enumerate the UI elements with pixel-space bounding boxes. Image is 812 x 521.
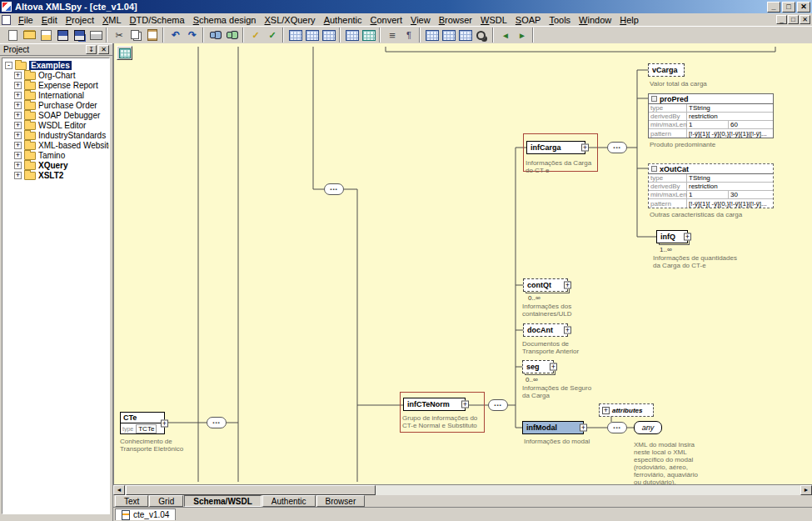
save-all-icon[interactable] [71, 28, 87, 43]
append-row-icon[interactable] [287, 28, 304, 43]
menu-convert[interactable]: Convert [366, 15, 407, 25]
paste-icon[interactable] [144, 28, 161, 43]
menu-project[interactable]: Project [62, 15, 98, 25]
expand-icon[interactable] [14, 152, 22, 159]
menu-xsl-xquery[interactable]: XSL/XQuery [260, 15, 319, 25]
tab-schema-wsdl[interactable]: Schema/WSDL [184, 495, 262, 507]
element-contqt[interactable]: contQt [523, 278, 568, 292]
tree-item-soap-debugger[interactable]: SOAP Debugger [2, 110, 109, 120]
child-close-icon[interactable] [800, 15, 810, 24]
sequence-compositor-icon[interactable] [488, 399, 508, 411]
element-infq[interactable]: infQ [656, 230, 688, 243]
element-docant[interactable]: docAnt [523, 323, 568, 337]
attributes-box[interactable]: attributes [599, 403, 654, 417]
redo-icon[interactable] [184, 28, 201, 43]
expand-icon[interactable] [580, 424, 587, 432]
grid-view-icon[interactable] [344, 28, 361, 43]
tab-authentic[interactable]: Authentic [262, 495, 316, 507]
expand-icon[interactable] [461, 401, 469, 408]
expand-icon[interactable] [581, 144, 589, 152]
add-child-row-icon[interactable] [321, 28, 337, 43]
tree-item-international[interactable]: International [2, 90, 109, 100]
table-view-icon[interactable] [361, 28, 377, 43]
menu-view[interactable]: View [406, 15, 435, 25]
insert-row-icon[interactable] [304, 28, 321, 43]
copy-icon[interactable] [127, 28, 144, 43]
tree-item-xslt2[interactable]: XSLT2 [2, 170, 109, 180]
expand-icon[interactable] [14, 102, 22, 109]
zoom-icon[interactable] [474, 28, 491, 43]
cut-icon[interactable] [111, 28, 127, 43]
back-icon[interactable] [497, 28, 514, 43]
sequence-compositor-icon[interactable] [607, 142, 627, 153]
menu-authentic[interactable]: Authentic [320, 15, 366, 25]
horizontal-scrollbar[interactable]: ◄ ► [113, 484, 812, 495]
expand-icon[interactable] [14, 172, 22, 179]
sequence-compositor-icon[interactable] [607, 422, 627, 433]
document-window-icon[interactable] [2, 15, 11, 25]
expand-icon[interactable] [602, 407, 610, 414]
scroll-left-icon[interactable]: ◄ [113, 485, 125, 495]
scrollbar-thumb[interactable] [126, 485, 376, 495]
menu-xml[interactable]: XML [98, 15, 126, 25]
find-icon[interactable] [207, 28, 224, 43]
tree-item-purchase-order[interactable]: Purchase Order [2, 100, 109, 110]
element-infcarga[interactable]: infCarga [526, 141, 585, 154]
new-file-icon[interactable] [4, 28, 21, 43]
expand-icon[interactable] [14, 142, 22, 149]
expand-icon[interactable] [564, 327, 571, 334]
open-file-icon[interactable] [21, 28, 37, 43]
tree-item-expense-report[interactable]: Expense Report [2, 80, 109, 90]
schema-settings-icon[interactable] [457, 28, 474, 43]
element-infctenorm[interactable]: infCTeNorm [403, 398, 466, 411]
tab-grid[interactable]: Grid [149, 495, 183, 507]
print-icon[interactable] [87, 28, 104, 43]
propred-header[interactable]: proPred [649, 94, 773, 104]
word-wrap-icon[interactable] [401, 28, 417, 43]
validate-icon[interactable] [264, 28, 281, 43]
tree-item-industrystandards[interactable]: IndustryStandards [2, 130, 109, 140]
schema-display-all-icon[interactable] [424, 28, 441, 43]
menu-soap[interactable]: SOAP [511, 15, 545, 25]
menu-help[interactable]: Help [615, 15, 643, 25]
expand-icon[interactable] [161, 419, 168, 427]
element-infmodal[interactable]: infModal [522, 421, 584, 434]
element-propred[interactable]: proPred type TString derivedBy restricti… [648, 93, 774, 138]
autohide-pin-icon[interactable] [86, 45, 97, 54]
xoutcat-header[interactable]: xOutCat [649, 164, 773, 174]
menu-wsdl[interactable]: WSDL [476, 15, 511, 25]
expand-icon[interactable] [14, 162, 22, 169]
save-file-icon[interactable] [54, 28, 71, 43]
scroll-right-icon[interactable]: ► [800, 485, 812, 495]
expand-icon[interactable] [14, 92, 22, 99]
expand-icon[interactable] [550, 363, 557, 371]
menu-browser[interactable]: Browser [435, 15, 476, 25]
menu-dtd-schema[interactable]: DTD/Schema [126, 15, 189, 25]
find-next-icon[interactable] [224, 28, 241, 43]
check-wellformed-icon[interactable] [247, 28, 264, 43]
undo-icon[interactable] [167, 28, 184, 43]
element-vcarga[interactable]: vCarga [648, 63, 685, 77]
document-tab-cte[interactable]: cte_v1.04 [115, 508, 176, 520]
tree-item-examples[interactable]: Examples [2, 60, 109, 70]
child-restore-icon[interactable] [788, 15, 799, 24]
forward-icon[interactable] [514, 28, 531, 43]
sequence-compositor-icon[interactable] [207, 417, 227, 428]
expand-icon[interactable] [564, 282, 571, 289]
tree-item-tamino[interactable]: Tamino [2, 150, 109, 160]
expand-icon[interactable] [14, 82, 22, 89]
expand-icon[interactable] [14, 132, 22, 139]
element-seg[interactable]: seg [522, 360, 554, 373]
expand-icon[interactable] [684, 233, 691, 241]
collapse-icon[interactable] [5, 62, 12, 69]
element-any[interactable]: any [634, 421, 662, 434]
pretty-print-icon[interactable] [384, 28, 401, 43]
maximize-icon[interactable] [782, 2, 795, 13]
menu-tools[interactable]: Tools [545, 15, 575, 25]
sequence-compositor-icon[interactable] [324, 183, 344, 195]
tree-item-wsdl-editor[interactable]: WSDL Editor [2, 120, 109, 130]
menu-schema-design[interactable]: Schema design [189, 15, 261, 25]
tree-item-xquery[interactable]: XQuery [2, 160, 109, 170]
tree-item-xml-based-website[interactable]: XML-based Website [2, 140, 109, 150]
panel-close-icon[interactable] [98, 45, 109, 54]
